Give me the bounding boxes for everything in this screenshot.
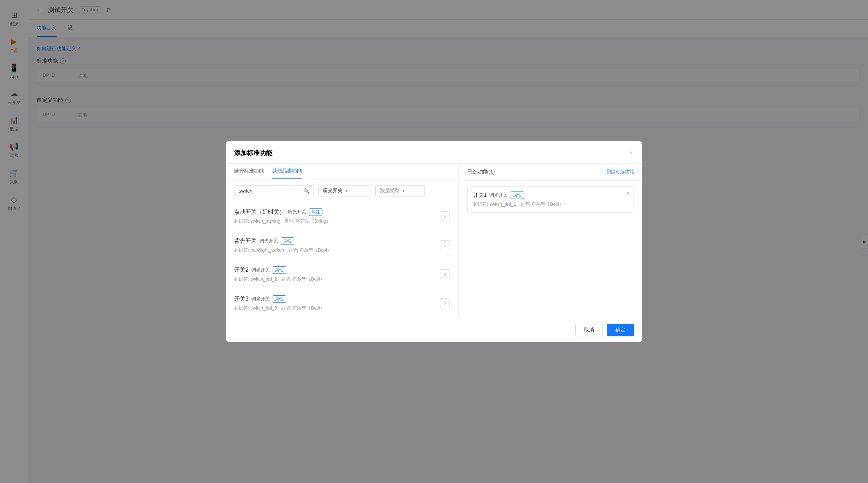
right-panel-header: 已选功能(1) 删除可选功能	[459, 164, 642, 181]
func-item-3-badge: 属性	[273, 266, 286, 274]
selected-item-1-category: 调光开关	[489, 192, 508, 198]
func-item-2-badge: 属性	[281, 237, 294, 245]
type-select-placeholder: 数据类型	[380, 188, 400, 194]
func-item-1-title: 点动开关（延时关） 调光开关 属性	[234, 208, 440, 216]
tab-other-category[interactable]: 其他品类功能	[272, 168, 302, 179]
modal-close-button[interactable]: ×	[627, 148, 634, 158]
clear-selected-button[interactable]: 删除可选功能	[606, 169, 634, 175]
selected-item-1-header: 开关1 调光开关 属性	[473, 192, 628, 199]
func-item-4-detail-button[interactable]: ›	[440, 298, 450, 308]
func-item-2-meta: 标识符: backlight_switch 类型: 布尔型（Bool）	[234, 247, 440, 253]
func-item-4-name: 开关3	[234, 295, 249, 303]
func-item-3-info: 开关2 调光开关 属性 标识符: switch_led_2 类型: 布尔型（Bo…	[234, 266, 440, 282]
func-item-1[interactable]: 点动开关（延时关） 调光开关 属性 标识符: switch_inching 类型…	[234, 202, 450, 231]
selected-item-1-name: 开关1	[473, 192, 487, 199]
func-item-2-name: 背光开关	[234, 237, 257, 245]
filter-bar: 🔍 调光开关 ▾ 数据类型 ▾	[226, 179, 458, 202]
cancel-button[interactable]: 取消	[575, 324, 603, 336]
func-item-3-meta: 标识符: switch_led_2 类型: 布尔型（Bool）	[234, 276, 440, 282]
func-item-1-info: 点动开关（延时关） 调光开关 属性 标识符: switch_inching 类型…	[234, 208, 440, 224]
add-standard-func-modal: 添加标准功能 × 选择标准功能 其他品类功能 🔍 调光开关 ▾	[226, 141, 642, 342]
func-item-3-name: 开关2	[234, 266, 249, 274]
func-item-4-meta: 标识符: switch_led_3 类型: 布尔型（Bool）	[234, 305, 440, 311]
category-select[interactable]: 调光开关 ▾	[318, 185, 371, 196]
modal-tab-bar: 选择标准功能 其他品类功能	[226, 164, 458, 179]
func-item-4-info: 开关3 调光开关 属性 标识符: switch_led_3 类型: 布尔型（Bo…	[234, 295, 440, 311]
remove-selected-item-1-button[interactable]: ×	[626, 190, 629, 196]
func-item-4[interactable]: 开关3 调光开关 属性 标识符: switch_led_3 类型: 布尔型（Bo…	[234, 289, 450, 318]
left-panel: 选择标准功能 其他品类功能 🔍 调光开关 ▾ 数据类型 ▾	[226, 164, 459, 318]
func-item-1-detail-button[interactable]: ›	[440, 211, 450, 221]
confirm-button[interactable]: 确定	[607, 324, 634, 336]
type-select[interactable]: 数据类型 ▾	[375, 185, 425, 196]
category-select-arrow-icon: ▾	[345, 188, 347, 193]
func-item-1-meta: 标识符: switch_inching 类型: 字符型（String）	[234, 218, 440, 224]
selected-item-1: 开关1 调光开关 属性 标识符: switch_led_1 类型: 布尔型（Bo…	[467, 186, 634, 213]
func-item-4-badge: 属性	[273, 295, 286, 303]
category-select-value: 调光开关	[323, 188, 343, 194]
func-item-4-title: 开关3 调光开关 属性	[234, 295, 440, 303]
modal-footer: 取消 确定	[226, 318, 642, 342]
func-item-2-category: 调光开关	[260, 238, 278, 244]
func-item-2[interactable]: 背光开关 调光开关 属性 标识符: backlight_switch 类型: 布…	[234, 231, 450, 260]
func-item-1-badge: 属性	[309, 208, 322, 216]
func-item-3-detail-button[interactable]: ›	[440, 269, 450, 279]
selected-func-title: 已选功能(1)	[467, 169, 495, 175]
selected-func-list: 开关1 调光开关 属性 标识符: switch_led_1 类型: 布尔型（Bo…	[459, 181, 642, 318]
func-item-3-title: 开关2 调光开关 属性	[234, 266, 440, 274]
func-item-1-category: 调光开关	[288, 209, 306, 215]
modal-title: 添加标准功能	[234, 149, 272, 157]
tab-standard[interactable]: 选择标准功能	[234, 168, 264, 179]
modal-body: 选择标准功能 其他品类功能 🔍 调光开关 ▾ 数据类型 ▾	[226, 164, 642, 318]
type-select-arrow-icon: ▾	[403, 188, 405, 193]
func-item-2-title: 背光开关 调光开关 属性	[234, 237, 440, 245]
func-item-4-category: 调光开关	[251, 296, 270, 302]
func-item-2-detail-button[interactable]: ›	[440, 240, 450, 250]
search-input[interactable]	[239, 188, 301, 194]
func-list: 点动开关（延时关） 调光开关 属性 标识符: switch_inching 类型…	[226, 202, 458, 318]
selected-item-1-badge: 属性	[511, 192, 524, 199]
modal-header: 添加标准功能 ×	[226, 141, 642, 164]
func-item-3-category: 调光开关	[251, 267, 270, 273]
right-panel: 已选功能(1) 删除可选功能 开关1 调光开关 属性 标识符: switch_l…	[459, 164, 642, 318]
search-icon[interactable]: 🔍	[303, 188, 309, 194]
func-item-1-name: 点动开关（延时关）	[234, 208, 285, 216]
selected-item-1-meta: 标识符: switch_led_1 类型: 布尔型（Bool）	[473, 201, 628, 207]
search-box[interactable]: 🔍	[234, 185, 314, 196]
func-item-3[interactable]: 开关2 调光开关 属性 标识符: switch_led_2 类型: 布尔型（Bo…	[234, 260, 450, 289]
func-item-2-info: 背光开关 调光开关 属性 标识符: backlight_switch 类型: 布…	[234, 237, 440, 253]
